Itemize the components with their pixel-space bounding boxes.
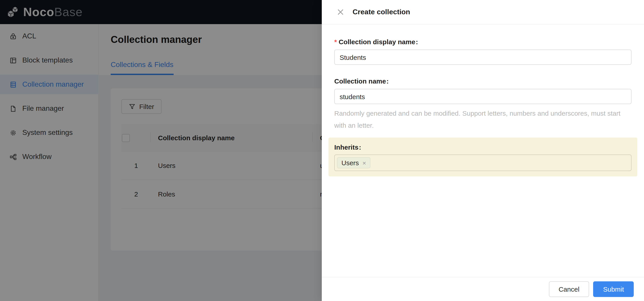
drawer-header: Create collection [322,0,644,25]
field-label: Collection name: [334,77,632,85]
app-viewport: NocoBase ACL Block templates [0,0,644,301]
close-icon[interactable] [337,9,344,16]
field-collection-name: Collection name: Randomly generated and … [334,77,632,131]
inherits-select[interactable]: Users × [334,155,632,171]
collection-name-input[interactable] [334,89,632,104]
drawer-footer: Cancel Submit [322,277,644,301]
tag-label: Users [342,159,359,167]
field-inherits-highlighted: Inherits: Users × [328,138,637,176]
submit-button[interactable]: Submit [593,281,634,297]
required-mark: * [334,38,337,46]
inherits-tag-users: Users × [337,157,371,168]
create-collection-drawer: Create collection *Collection display na… [322,0,644,301]
collection-display-name-input[interactable] [334,50,632,65]
field-collection-display-name: *Collection display name: [334,38,632,65]
field-label: Inherits: [334,143,632,151]
cancel-button[interactable]: Cancel [549,281,589,297]
field-help-text: Randomly generated and can be modified. … [334,107,632,131]
drawer-body: *Collection display name: Collection nam… [322,25,644,176]
remove-tag-icon[interactable]: × [362,160,366,166]
drawer-title: Create collection [352,8,410,16]
field-label: *Collection display name: [334,38,632,46]
